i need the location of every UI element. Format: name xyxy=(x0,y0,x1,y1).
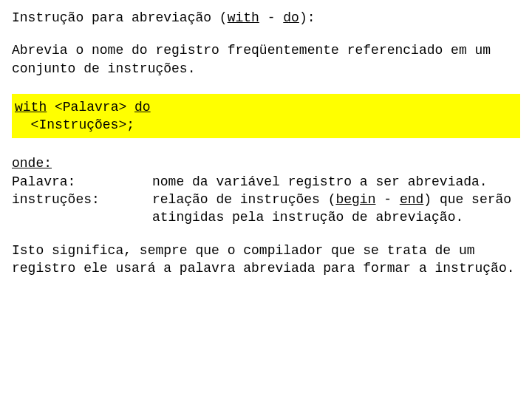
syntax-line-2: <Instruções>; xyxy=(15,116,517,134)
heading-pre: Instrução para abreviação ( xyxy=(12,10,228,25)
syntax-do: do xyxy=(134,100,151,115)
desc-instrucoes: relação de instruções (begin - end) que … xyxy=(152,191,520,227)
definition-list: Palavra: nome da variável registro a ser… xyxy=(12,173,520,227)
keyword-do: do xyxy=(283,10,299,25)
onde-label: onde: xyxy=(12,154,520,172)
keyword-begin: begin xyxy=(335,192,375,207)
syntax-palavra: <Palavra> xyxy=(47,100,134,115)
term-palavra: Palavra: xyxy=(12,173,152,191)
term-instrucoes: instruções: xyxy=(12,191,152,227)
syntax-block: with <Palavra> do <Instruções>; xyxy=(12,94,520,139)
heading-line: Instrução para abreviação (with - do): xyxy=(12,9,520,27)
keyword-with: with xyxy=(228,10,259,25)
syntax-line-1: with <Palavra> do xyxy=(15,98,517,116)
heading-mid: - xyxy=(259,10,283,25)
syntax-with: with xyxy=(15,100,47,115)
keyword-end: end xyxy=(400,192,423,207)
intro-text: Abrevia o nome do registro freqüentement… xyxy=(12,41,520,78)
desc-palavra: nome da variável registro a ser abreviad… xyxy=(152,173,520,191)
heading-post: ): xyxy=(299,10,316,25)
footer-text: Isto significa, sempre que o compilador … xyxy=(12,242,520,278)
